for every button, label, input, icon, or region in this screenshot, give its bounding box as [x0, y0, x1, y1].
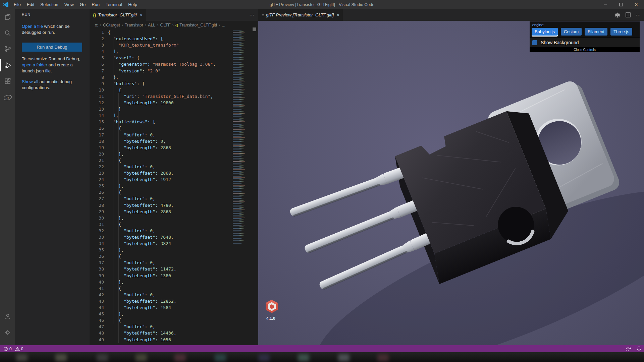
code-line[interactable]: },: [108, 311, 229, 317]
gltf-viewport[interactable]: engine: Babylon.jsCesiumFilamentThree.js…: [258, 21, 644, 345]
line-number[interactable]: 14: [90, 112, 104, 119]
line-number[interactable]: 32: [90, 228, 104, 234]
tab-transistor-gltf[interactable]: {} Transistor_GLTF.gltf ×: [90, 9, 146, 21]
preview-3d-icon[interactable]: [614, 12, 621, 18]
code-line[interactable]: },: [108, 74, 229, 80]
code-line[interactable]: "bufferViews": [: [108, 119, 229, 125]
menu-view[interactable]: View: [61, 0, 77, 9]
line-number[interactable]: 41: [90, 285, 104, 292]
line-number[interactable]: 20: [90, 151, 104, 157]
tab-gltf-preview[interactable]: ≡ glTF Preview [Transistor_GLTF.gltf] ×: [258, 9, 343, 21]
code-line[interactable]: "buffer": 0,: [108, 228, 229, 234]
code-line[interactable]: },: [108, 247, 229, 253]
line-number[interactable]: 25: [90, 183, 104, 189]
preview-more-actions-icon[interactable]: ⋯: [636, 12, 641, 18]
line-number[interactable]: 42: [90, 292, 104, 298]
breadcrumb-item[interactable]: ALL: [148, 23, 155, 27]
code-line[interactable]: "byteOffset": 7648,: [108, 234, 229, 240]
line-number[interactable]: 24: [90, 176, 104, 183]
engine-button-threejs[interactable]: Three.js: [610, 28, 632, 36]
line-number[interactable]: 35: [90, 247, 104, 253]
line-number[interactable]: 1: [90, 29, 104, 36]
breadcrumb-item[interactable]: {}Transistor_GLTF.gltf: [175, 23, 217, 27]
sidebar-item-extensions[interactable]: [0, 73, 15, 89]
line-number[interactable]: 49: [90, 337, 104, 343]
code-line[interactable]: },: [108, 279, 229, 285]
menu-go[interactable]: Go: [77, 0, 89, 9]
code-line[interactable]: "byteLength": 19800: [108, 100, 229, 106]
line-number[interactable]: 30: [90, 215, 104, 221]
code-line[interactable]: "buffer": 0,: [108, 164, 229, 170]
line-number[interactable]: 31: [90, 221, 104, 228]
problems-status[interactable]: 0 0: [3, 347, 23, 351]
minimap[interactable]: [231, 30, 251, 251]
code-line[interactable]: },: [108, 215, 229, 221]
code-line[interactable]: {: [108, 317, 229, 323]
line-number[interactable]: 46: [90, 317, 104, 323]
line-number[interactable]: 40: [90, 279, 104, 285]
line-number[interactable]: 10: [90, 87, 104, 93]
line-number[interactable]: 38: [90, 266, 104, 272]
line-number[interactable]: 45: [90, 311, 104, 317]
line-number[interactable]: 34: [90, 240, 104, 247]
code-line[interactable]: },: [108, 183, 229, 189]
line-number[interactable]: 17: [90, 132, 104, 138]
close-button[interactable]: ×: [629, 0, 644, 9]
code-line[interactable]: "extensionsUsed": [: [108, 36, 229, 42]
menu-help[interactable]: Help: [125, 0, 140, 9]
line-number[interactable]: 33: [90, 234, 104, 240]
code-line[interactable]: "buffer": 0,: [108, 132, 229, 138]
code-line[interactable]: "byteOffset": 0,: [108, 138, 229, 144]
gutter[interactable]: 1234567891011121314151617181920212223242…: [90, 29, 104, 343]
show-link[interactable]: Show: [22, 79, 33, 84]
sidebar-item-explorer[interactable]: [0, 9, 15, 25]
line-number[interactable]: 36: [90, 253, 104, 259]
code-line[interactable]: "byteOffset": 12852,: [108, 298, 229, 304]
code-line[interactable]: "version": "2.0": [108, 68, 229, 74]
code-line[interactable]: "byteLength": 2868: [108, 144, 229, 151]
line-number[interactable]: 43: [90, 298, 104, 304]
sidebar-item-run-and-debug[interactable]: [0, 57, 15, 73]
more-actions-icon[interactable]: ⋯: [249, 12, 255, 18]
scrollbar-handle[interactable]: [253, 27, 256, 31]
sidebar-item-gltf[interactable]: TF: [0, 89, 15, 106]
line-number[interactable]: 18: [90, 138, 104, 144]
code-line[interactable]: {: [108, 253, 229, 259]
line-number[interactable]: 11: [90, 93, 104, 100]
line-number[interactable]: 48: [90, 330, 104, 336]
line-number[interactable]: 39: [90, 273, 104, 279]
code-lines[interactable]: { "extensionsUsed": [ "KHR_texture_trans…: [108, 29, 229, 343]
code-line[interactable]: "byteOffset": 4780,: [108, 202, 229, 208]
split-editor-icon[interactable]: [625, 12, 631, 18]
code-line[interactable]: "byteLength": 1912: [108, 176, 229, 183]
show-background-checkbox[interactable]: [532, 40, 537, 45]
breadcrumb-item[interactable]: Transistor: [125, 23, 143, 27]
code-line[interactable]: {: [108, 87, 229, 93]
line-number[interactable]: 29: [90, 208, 104, 215]
breadcrumb-item[interactable]: CGtarget: [103, 23, 120, 27]
line-number[interactable]: 5: [90, 55, 104, 61]
line-number[interactable]: 2: [90, 36, 104, 42]
code-line[interactable]: "byteOffset": 2868,: [108, 170, 229, 176]
line-number[interactable]: 3: [90, 42, 104, 48]
line-number[interactable]: 22: [90, 164, 104, 170]
engine-button-cesium[interactable]: Cesium: [561, 28, 582, 36]
line-number[interactable]: 7: [90, 68, 104, 74]
line-number[interactable]: 28: [90, 202, 104, 208]
line-number[interactable]: 4: [90, 48, 104, 55]
menu-terminal[interactable]: Terminal: [103, 0, 125, 9]
line-number[interactable]: 23: [90, 170, 104, 176]
code-line[interactable]: ],: [108, 48, 229, 55]
line-number[interactable]: 15: [90, 119, 104, 125]
menu-selection[interactable]: Selection: [37, 0, 61, 9]
engine-button-filament[interactable]: Filament: [585, 28, 607, 36]
code-line[interactable]: "asset": {: [108, 55, 229, 61]
line-number[interactable]: 26: [90, 189, 104, 195]
code-line[interactable]: "generator": "Marmoset Toolbag 3.08",: [108, 61, 229, 67]
sidebar-item-search[interactable]: [0, 25, 15, 41]
engine-button-babylonjs[interactable]: Babylon.js: [532, 28, 558, 36]
menu-run[interactable]: Run: [89, 0, 103, 9]
code-line[interactable]: "KHR_texture_transform": [108, 42, 229, 48]
open-a-folder-link[interactable]: open a folder: [22, 62, 47, 67]
code-line[interactable]: "byteLength": 1380: [108, 273, 229, 279]
